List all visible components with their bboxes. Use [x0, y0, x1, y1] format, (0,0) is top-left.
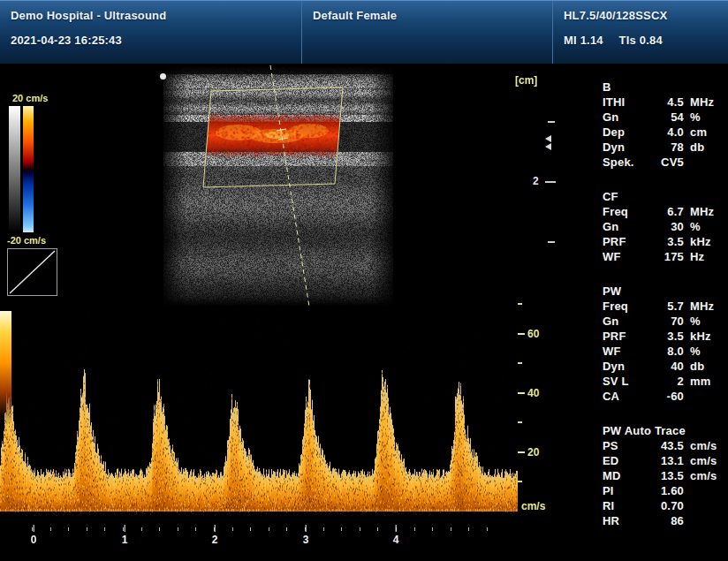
param-row: SV L2mm	[603, 374, 719, 389]
param-row: ED13.1cm/s	[603, 453, 719, 468]
param-section-trace: PW Auto Trace PS43.5cm/sED13.1cm/sMD13.5…	[603, 423, 719, 528]
acoustic-output: MI 1.14 TIs 0.84	[564, 34, 717, 47]
param-section-title: PW	[603, 284, 719, 299]
param-label: MD	[603, 468, 648, 483]
color-scale-bottom-label: -20 cm/s	[7, 235, 46, 246]
param-unit: %	[684, 110, 719, 125]
param-row: WF8.0%	[603, 344, 719, 359]
param-section-title: B	[603, 80, 719, 95]
time-tick-label: 1	[122, 534, 128, 546]
param-unit: mm	[684, 374, 719, 389]
time-tick: 1	[122, 525, 128, 546]
param-label: WF	[603, 344, 648, 359]
param-rows: PS43.5cm/sED13.1cm/sMD13.5cm/sPI1.60RI0.…	[603, 438, 719, 528]
param-value: -60	[648, 389, 684, 404]
color-scale-top-label: 20 cm/s	[12, 93, 48, 103]
param-value: 4.0	[648, 125, 684, 140]
param-unit: db	[684, 140, 719, 155]
param-label: Spek.	[603, 155, 648, 170]
time-tick: 0	[31, 525, 37, 546]
param-unit	[684, 389, 719, 404]
param-value: 70	[648, 314, 684, 329]
param-label: RI	[603, 498, 648, 513]
time-tick-label: 3	[303, 534, 309, 546]
param-label: SV L	[603, 374, 648, 389]
tis-value: TIs 0.84	[619, 34, 663, 47]
gamma-curve-icon	[8, 249, 57, 295]
param-row: HR86	[603, 513, 719, 528]
param-unit: MHz	[684, 204, 719, 219]
velocity-minor-tick	[518, 362, 522, 364]
param-value: 3.5	[648, 234, 684, 249]
param-unit: cm/s	[684, 453, 719, 468]
param-value: 6.7	[648, 204, 684, 219]
param-row: ITHI4.5MHz	[603, 95, 719, 110]
param-row: RI0.70	[603, 498, 719, 513]
depth-tick	[548, 121, 555, 123]
patient-name: Default Female	[313, 9, 542, 22]
time-tick: 3	[303, 525, 309, 546]
bmode-image[interactable]	[163, 65, 393, 307]
depth-unit-label: [cm]	[515, 74, 537, 87]
param-unit: kHz	[684, 234, 719, 249]
param-label: Dyn	[603, 140, 648, 155]
param-row: Gn30%	[603, 219, 719, 234]
param-label: Gn	[603, 219, 648, 234]
header-probe: HL7.5/40/128SSCX MI 1.14 TIs 0.84	[552, 1, 728, 64]
param-unit: kHz	[684, 329, 719, 344]
param-label: WF	[603, 249, 648, 264]
velocity-tick: 20	[518, 446, 539, 459]
time-tick: 2	[212, 525, 218, 546]
param-value: 40	[648, 359, 684, 374]
depth-ruler: 2	[542, 65, 569, 307]
velocity-tick-label: 20	[527, 446, 539, 459]
param-value: 5.7	[648, 299, 684, 314]
param-value: 43.5	[648, 438, 684, 453]
param-unit: MHz	[684, 95, 719, 110]
focus-arrow-icon	[545, 143, 551, 150]
param-section-title: CF	[603, 189, 719, 204]
pw-gain-bar	[0, 311, 11, 426]
time-tick-label: 2	[212, 534, 218, 546]
param-unit: cm/s	[684, 468, 719, 483]
param-value: CV5	[648, 155, 684, 170]
param-rows: Freq6.7MHzGn30%PRF3.5kHzWF175Hz	[603, 204, 719, 264]
velocity-tick: 40	[518, 387, 539, 399]
param-value: 2	[648, 374, 684, 389]
param-row: Gn70%	[603, 314, 719, 329]
param-value: 8.0	[648, 344, 684, 359]
velocity-tick-label: 40	[527, 387, 539, 399]
param-label: HR	[603, 513, 648, 528]
param-rows: ITHI4.5MHzGn54%Dep4.0cmDyn78dbSpek.CV5	[603, 95, 719, 170]
param-label: PI	[603, 483, 648, 498]
param-label: Gn	[603, 314, 648, 329]
param-label: Gn	[603, 110, 648, 125]
param-unit: cm/s	[684, 438, 719, 453]
time-axis: 0 1 2 3 4	[0, 525, 530, 553]
param-row: PS43.5cm/s	[603, 438, 719, 453]
param-row: PI1.60	[603, 483, 719, 498]
param-value: 3.5	[648, 329, 684, 344]
param-value: 13.5	[648, 468, 684, 483]
velocity-unit-label: cm/s	[521, 500, 545, 512]
param-label: PRF	[603, 234, 648, 249]
probe-label: HL7.5/40/128SSCX	[564, 9, 717, 22]
tick-icon	[396, 525, 397, 532]
tick-dash-icon	[518, 451, 525, 453]
datetime-label: 2021-04-23 16:25:43	[11, 34, 291, 47]
param-unit: db	[684, 359, 719, 374]
tick-dash-icon	[518, 333, 525, 335]
focus-marker-icon	[545, 135, 551, 150]
param-section-pw: PW Freq5.7MHzGn70%PRF3.5kHzWF8.0%Dyn40db…	[603, 284, 719, 404]
param-label: CA	[603, 389, 648, 404]
param-unit	[684, 155, 719, 170]
parameter-panel: B ITHI4.5MHzGn54%Dep4.0cmDyn78dbSpek.CV5…	[603, 80, 719, 548]
param-value: 54	[648, 110, 684, 125]
tick-icon	[125, 525, 125, 532]
param-row: Dyn40db	[603, 359, 719, 374]
pw-spectrum[interactable]	[0, 311, 518, 516]
param-unit: cm	[684, 125, 719, 140]
velocity-minor-tick	[518, 481, 522, 482]
orientation-marker-icon	[160, 73, 166, 80]
param-unit: Hz	[684, 249, 719, 264]
